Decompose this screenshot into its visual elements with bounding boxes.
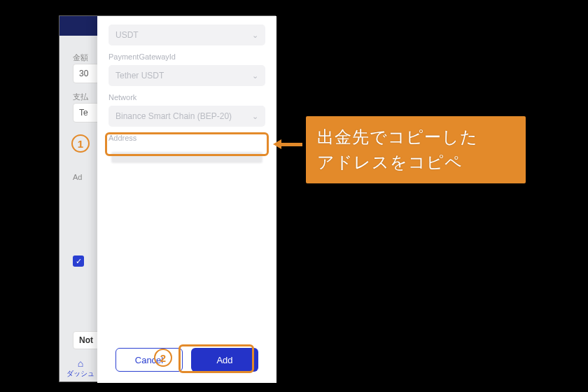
add-button[interactable]: Add	[191, 348, 258, 372]
dashboard-icon: ⌂	[66, 358, 94, 369]
chevron-down-icon: ⌄	[252, 71, 258, 80]
address-input[interactable]	[108, 146, 265, 169]
bg-nav-label: ダッシュ	[66, 370, 94, 377]
network-select-value: Binance Smart Chain (BEP-20)	[115, 111, 232, 121]
add-address-modal: USDT ⌄ PaymentGatewayId Tether USDT ⌄ Ne…	[97, 16, 276, 383]
modal-button-row: Cancel Add	[97, 348, 276, 372]
address-value-redacted	[111, 152, 262, 163]
bg-checkbox: ✓	[73, 255, 84, 267]
chevron-down-icon: ⌄	[252, 31, 258, 40]
currency-select-value: USDT	[115, 30, 139, 40]
bg-nav-dashboard: ⌂ ダッシュ	[66, 358, 94, 379]
network-label: Network	[108, 93, 265, 102]
callout-text-box: 出金先でコピーした アドレスをコピペ	[306, 116, 526, 183]
bg-amount-label: 金額	[73, 52, 88, 63]
gateway-select-value: Tether USDT	[115, 71, 164, 80]
gateway-select[interactable]: Tether USDT ⌄	[108, 65, 265, 86]
callout-arrow	[273, 139, 302, 149]
arrow-shaft	[280, 143, 302, 146]
chevron-down-icon: ⌄	[252, 112, 258, 121]
gateway-label: PaymentGatewayId	[108, 52, 265, 61]
network-select[interactable]: Binance Smart Chain (BEP-20) ⌄	[108, 106, 265, 127]
step-marker-2: 2	[154, 349, 172, 367]
bg-pay-label: 支払	[73, 92, 88, 102]
app-frame: 金額 30 支払 Te Ad ✓ Not ⌂ ダッシュ USDT ⌄ Payme…	[59, 15, 276, 382]
callout-line-1: 出金先でコピーした	[317, 127, 478, 146]
address-label: Address	[108, 134, 265, 142]
cancel-button[interactable]: Cancel	[115, 348, 183, 372]
bg-addr-label: Ad	[73, 173, 82, 181]
step-marker-1: 1	[71, 134, 90, 153]
currency-select[interactable]: USDT ⌄	[108, 24, 265, 46]
callout-line-2: アドレスをコピペ	[317, 153, 463, 172]
